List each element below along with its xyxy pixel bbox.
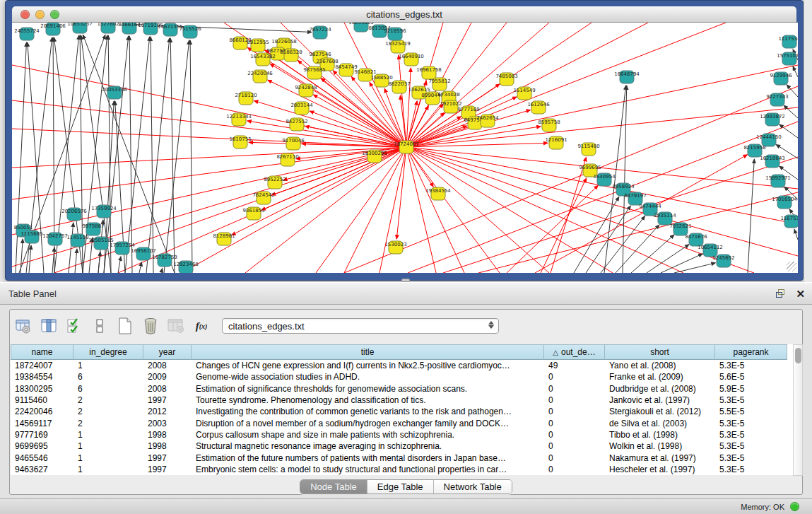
column-header-short[interactable]: short [605,344,715,360]
graph-node-label: 20206576 [61,209,87,214]
table-row[interactable]: 969969511998Structural magnetic resonanc… [11,440,793,452]
citation-edge-red[interactable] [443,157,798,273]
table-header-row: namein_degreeyeartitle△out_de…shortpager… [11,344,793,360]
citation-edge[interactable] [784,105,798,118]
graph-node-label: 7932621 [669,223,691,229]
citation-edge[interactable] [29,245,31,273]
table-row[interactable]: 1872400712008Changes of HCN gene express… [11,360,793,371]
column-header-title[interactable]: title [192,344,544,360]
citation-edge-red[interactable] [406,147,549,273]
graph-node-label: 8186328 [280,49,302,55]
citation-edge-red[interactable] [406,23,726,147]
network-window-titlebar[interactable]: citations_edges.txt [12,6,796,23]
citation-edge-red[interactable] [406,147,798,256]
citation-edge-red[interactable] [406,147,436,273]
column-header-name[interactable]: name [11,344,73,360]
resize-grip-icon[interactable] [787,262,796,271]
citation-edge-red[interactable] [406,147,500,273]
citation-edge[interactable] [69,223,73,273]
table-cell: 18724007 [11,360,73,371]
column-header-label: out_de… [561,347,596,357]
citation-edge[interactable] [794,229,798,240]
citation-edge[interactable] [146,38,170,273]
citation-edge[interactable] [161,269,163,273]
table-cell: 2009 [143,371,192,382]
function-builder-icon[interactable]: f(x) [192,317,211,335]
citation-edge[interactable] [779,124,798,138]
table-row[interactable]: 2242004622012Investigating the contribut… [11,406,793,417]
citation-edge-red[interactable] [12,147,406,168]
column-header-in_degree[interactable]: in_degree [73,344,143,360]
citation-edge[interactable] [151,37,153,273]
citation-edge[interactable] [20,239,23,273]
table-cell: 0 [544,429,605,440]
citation-edge[interactable] [647,245,689,273]
citation-edge[interactable] [164,40,189,273]
citation-edge[interactable] [129,36,132,273]
row-height-icon[interactable] [90,317,109,335]
table-row[interactable]: 911546021997Tourette syndrome. Phenomeno… [11,395,793,406]
column-chooser-icon[interactable] [40,317,58,335]
table-panel-inner: f(x) citations_edges.txt namein_degreeye… [9,309,803,495]
citation-edge[interactable] [661,254,702,273]
column-header-out_de[interactable]: △out_de… [544,344,605,360]
citation-edge[interactable] [674,263,715,273]
table-settings-icon[interactable] [14,317,33,335]
citation-edge[interactable] [170,38,175,273]
table-selector-dropdown[interactable]: citations_edges.txt [222,318,499,334]
tab-network-table[interactable]: Network Table [434,480,512,493]
graph-node-label: 12213343 [226,114,252,119]
table-row[interactable]: 1938455462009Genome-wide association stu… [11,371,793,382]
citation-edge[interactable] [748,159,754,273]
citation-edge-red[interactable] [182,147,406,273]
close-panel-icon[interactable]: ✕ [796,288,805,299]
new-document-icon[interactable] [116,317,134,335]
citation-edge-red[interactable] [283,147,406,180]
citation-edge[interactable] [75,249,77,273]
float-panel-icon[interactable] [776,289,786,298]
row-select-icon[interactable] [65,317,83,335]
table-row[interactable]: 1830029562008Estimation of significance … [11,383,793,395]
citation-edge-red[interactable] [254,100,406,147]
graph-node-label: 8471676 [685,234,707,240]
graph-node-label: 9146821 [354,69,376,75]
table-row[interactable]: 977716911998Corpus callosum shape and si… [11,429,793,440]
citation-edge[interactable] [623,86,627,273]
scrollbar-thumb[interactable] [795,348,801,363]
network-view-window[interactable]: citations_edges.txt 18724007866012389129… [5,0,804,281]
column-header-pagerank[interactable]: pagerank [715,344,787,360]
citation-edge[interactable] [118,257,121,273]
graph-node-label: 1216091 [545,137,567,143]
table-vertical-scrollbar[interactable] [793,344,803,476]
splitter-handle[interactable] [401,279,410,282]
citation-edge[interactable] [98,252,100,273]
citation-edge-red[interactable] [406,147,683,273]
graph-node-label: 12923468 [173,262,199,267]
table-row[interactable]: 946362711997Embryonic stem cells: a mode… [11,464,793,475]
citation-edge[interactable] [574,197,619,273]
citation-edge[interactable] [616,225,659,273]
citation-edge-red[interactable] [12,129,406,147]
network-canvas[interactable]: 1872400786601238912955182260589827503165… [12,23,798,273]
citation-edge-red[interactable] [396,147,406,239]
citation-edge-red[interactable] [245,147,406,273]
table-row[interactable]: 1456911722003Disruption of a novel membe… [11,417,793,428]
table-cell: 6 [73,383,143,395]
citation-edge-red[interactable] [408,122,798,273]
tab-edge-table[interactable]: Edge Table [367,480,434,493]
memory-status-indicator [790,502,799,511]
citation-edge-red[interactable] [406,23,507,147]
network-graph[interactable]: 1872400786601238912955182260589827503165… [12,23,798,273]
tab-node-table[interactable]: Node Table [300,480,367,493]
column-header-year[interactable]: year [143,344,192,360]
citation-edge-red[interactable] [344,86,798,273]
citation-edge[interactable] [190,40,192,273]
citation-edge[interactable] [631,235,674,273]
citation-edge[interactable] [793,66,798,77]
delete-icon[interactable] [141,317,160,335]
table-selector-value: citations_edges.txt [228,321,305,332]
table-row[interactable]: 946554611997Estimation of the future num… [11,452,793,463]
graph-node-label: 9242848 [295,85,317,90]
citation-edge-red[interactable] [12,147,406,235]
citation-edge-red[interactable] [12,100,406,147]
